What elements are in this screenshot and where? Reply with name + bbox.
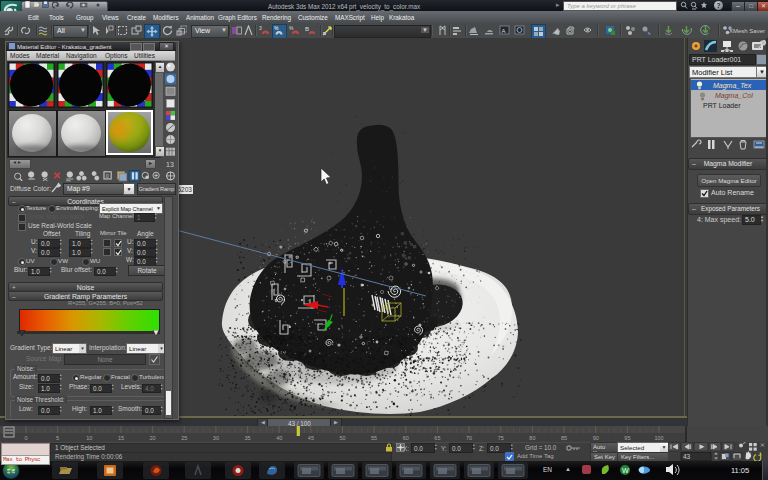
svg-text:43: 43 xyxy=(683,453,691,460)
svg-text:40: 40 xyxy=(276,435,282,441)
svg-text:70: 70 xyxy=(466,435,472,441)
svg-text:65: 65 xyxy=(434,435,440,441)
svg-text:W: W xyxy=(622,467,629,474)
svg-text:25: 25 xyxy=(181,435,187,441)
svg-text:75: 75 xyxy=(498,435,504,441)
svg-text:50: 50 xyxy=(339,435,345,441)
svg-text:3: 3 xyxy=(259,25,262,31)
svg-text:100: 100 xyxy=(654,435,663,441)
svg-text:6203: 6203 xyxy=(178,186,193,193)
svg-text:A: A xyxy=(502,28,506,34)
svg-text:35: 35 xyxy=(245,435,251,441)
svg-text:90: 90 xyxy=(593,435,599,441)
svg-text:55: 55 xyxy=(371,435,377,441)
svg-text:B: B xyxy=(305,26,309,32)
svg-text:0: 0 xyxy=(106,173,109,179)
svg-text:20: 20 xyxy=(150,435,156,441)
svg-text:5: 5 xyxy=(56,435,59,441)
svg-text:15: 15 xyxy=(118,435,124,441)
svg-text:45: 45 xyxy=(308,435,314,441)
svg-text:85: 85 xyxy=(561,435,567,441)
svg-text:95: 95 xyxy=(624,435,630,441)
svg-text:%: % xyxy=(289,25,294,31)
svg-text:13: 13 xyxy=(166,161,174,168)
svg-text:80: 80 xyxy=(529,435,535,441)
svg-text:%: % xyxy=(274,25,279,31)
svg-text:10: 10 xyxy=(86,435,92,441)
svg-text:30: 30 xyxy=(213,435,219,441)
svg-text:60: 60 xyxy=(403,435,409,441)
svg-text:0: 0 xyxy=(24,435,27,441)
